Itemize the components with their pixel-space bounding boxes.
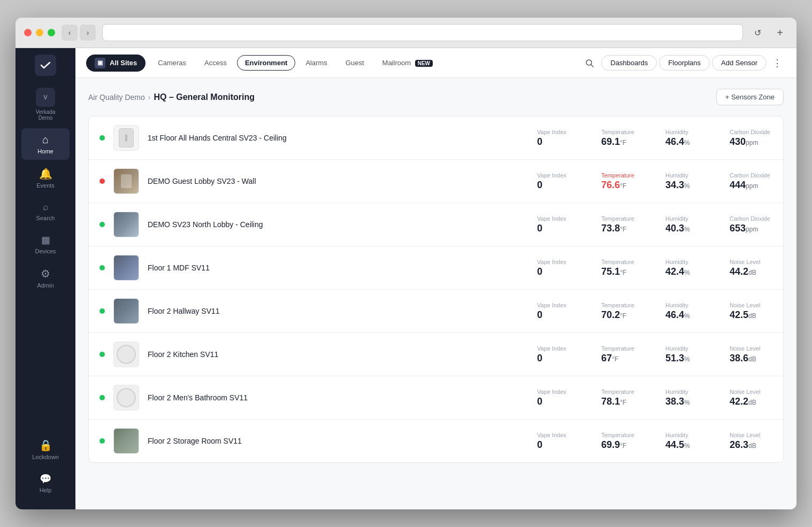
breadcrumb-parent[interactable]: Air Quality Demo <box>88 93 145 102</box>
tab-access[interactable]: Access <box>196 55 235 71</box>
metric-value: 0 <box>537 309 542 321</box>
device-row[interactable]: Floor 2 Kitchen SV11Vape Index0Temperatu… <box>89 333 783 376</box>
more-options-button[interactable]: ⋮ <box>769 55 786 72</box>
metric-item: Vape Index0 <box>537 129 580 148</box>
status-dot <box>99 308 105 314</box>
metric-item: Vape Index0 <box>537 172 580 191</box>
metric-label: Humidity <box>665 389 688 395</box>
events-label: Events <box>36 182 55 189</box>
metric-value: 40.3% <box>665 223 690 234</box>
reload-button[interactable]: ↺ <box>749 25 765 41</box>
metric-label: Noise Level <box>730 345 760 352</box>
status-dot <box>99 438 105 444</box>
add-sensor-button[interactable]: Add Sensor <box>712 55 767 71</box>
metric-value: 69.1°F <box>601 136 626 148</box>
back-button[interactable]: ‹ <box>62 25 78 41</box>
sidebar-item-search[interactable]: ⌕ Search <box>21 196 70 227</box>
dashboards-button[interactable]: Dashboards <box>601 55 657 71</box>
status-dot <box>99 179 105 184</box>
tab-guest[interactable]: Guest <box>338 55 372 71</box>
metric-item: Humidity34.3% <box>665 172 708 191</box>
devices-icon: ▦ <box>41 234 50 246</box>
device-row[interactable]: Floor 2 Hallway SV11Vape Index0Temperatu… <box>89 290 783 333</box>
metric-label: Temperature <box>601 302 634 308</box>
device-row[interactable]: Floor 2 Men's Bathroom SV11Vape Index0Te… <box>89 376 783 420</box>
device-row[interactable]: Floor 2 Storage Room SV11Vape Index0Temp… <box>89 420 783 462</box>
sidebar-logo <box>35 55 56 76</box>
home-label: Home <box>37 148 53 154</box>
admin-label: Admin <box>37 282 53 289</box>
new-tab-button[interactable]: + <box>772 25 788 41</box>
metric-item: Humidity42.4% <box>665 259 708 277</box>
device-row[interactable]: DEMO SV23 North Lobby - CeilingVape Inde… <box>89 203 783 246</box>
mailroom-label: Mailroom <box>382 59 411 67</box>
search-button[interactable] <box>580 53 599 73</box>
device-thumbnail <box>113 428 139 454</box>
device-row[interactable]: Floor 1 MDF SV11Vape Index0Temperature75… <box>89 246 783 290</box>
metric-label: Temperature <box>601 172 634 179</box>
device-metrics: Vape Index0Temperature67°FHumidity51.3%N… <box>537 345 772 364</box>
metric-item: Humidity40.3% <box>665 215 708 234</box>
device-name: Floor 1 MDF SV11 <box>148 264 528 272</box>
metric-value: 44.2dB <box>730 266 756 277</box>
sensors-zone-button[interactable]: + Sensors Zone <box>716 89 784 105</box>
search-icon: ⌕ <box>43 201 49 213</box>
metric-value: 42.2dB <box>730 396 756 407</box>
tab-cameras[interactable]: Cameras <box>150 55 194 71</box>
device-metrics: Vape Index0Temperature70.2°FHumidity46.4… <box>537 302 772 321</box>
metric-label: Humidity <box>665 129 688 135</box>
device-metrics: Vape Index0Temperature69.9°FHumidity44.5… <box>537 432 772 451</box>
metric-value: 0 <box>537 439 542 451</box>
sidebar-item-lockdown[interactable]: 🔒 Lockdown <box>21 433 70 466</box>
site-label: All Sites <box>110 59 137 67</box>
metric-value: 653ppm <box>730 223 758 234</box>
tab-environment[interactable]: Environment <box>237 55 295 71</box>
metric-label: Vape Index <box>537 432 566 438</box>
metric-value: 42.5dB <box>730 309 756 321</box>
minimize-button[interactable] <box>36 29 43 36</box>
device-thumbnail <box>113 385 139 410</box>
logo-icon <box>39 59 52 72</box>
maximize-button[interactable] <box>48 29 55 36</box>
breadcrumb-separator: › <box>148 93 151 102</box>
all-sites-badge[interactable]: ▣ All Sites <box>86 55 145 72</box>
metric-item: Temperature69.9°F <box>601 432 644 451</box>
device-thumbnail <box>113 125 139 151</box>
metric-value: 75.1°F <box>601 266 626 277</box>
device-name: DEMO Guest Lobby SV23 - Wall <box>148 177 528 185</box>
close-button[interactable] <box>24 29 32 36</box>
sidebar-item-help[interactable]: 💬 Help <box>21 468 70 499</box>
device-thumbnail <box>113 342 139 367</box>
metric-label: Vape Index <box>537 259 566 265</box>
lockdown-label: Lockdown <box>32 454 59 460</box>
tab-alarms[interactable]: Alarms <box>297 55 335 71</box>
metric-item: Humidity38.3% <box>665 389 708 407</box>
sidebar-item-devices[interactable]: ▦ Devices <box>21 229 70 260</box>
device-name: DEMO SV23 North Lobby - Ceiling <box>148 220 528 229</box>
device-metrics: Vape Index0Temperature76.6°FHumidity34.3… <box>537 172 772 191</box>
nav-buttons: ‹ › <box>62 25 96 41</box>
sidebar-item-home[interactable]: ⌂ Home <box>21 128 70 160</box>
metric-value: 430ppm <box>730 136 758 148</box>
metric-value: 42.4% <box>665 266 690 277</box>
metric-label: Humidity <box>665 345 688 352</box>
device-name: Floor 2 Men's Bathroom SV11 <box>148 393 528 402</box>
metric-label: Noise Level <box>730 259 760 265</box>
device-thumbnail <box>113 298 139 324</box>
metric-item: Noise Level38.6dB <box>730 345 772 364</box>
tab-mailroom[interactable]: Mailroom NEW <box>374 55 441 71</box>
address-bar[interactable] <box>102 24 743 41</box>
metric-label: Noise Level <box>730 302 760 308</box>
device-row[interactable]: 1st Floor All Hands Central SV23 - Ceili… <box>89 117 783 160</box>
floorplans-button[interactable]: Floorplans <box>659 55 710 71</box>
sidebar-item-verkada[interactable]: V VerkadaDemo <box>21 82 70 126</box>
home-icon: ⌂ <box>42 134 49 146</box>
metric-item: Vape Index0 <box>537 302 580 321</box>
sidebar-item-events[interactable]: 🔔 Events <box>21 162 70 194</box>
breadcrumb-current: HQ – General Monitoring <box>154 92 254 102</box>
metric-label: Vape Index <box>537 215 566 222</box>
forward-button[interactable]: › <box>80 25 96 41</box>
device-row[interactable]: DEMO Guest Lobby SV23 - WallVape Index0T… <box>89 160 783 203</box>
sidebar-item-admin[interactable]: ⚙ Admin <box>21 262 70 294</box>
metric-item: Noise Level26.3dB <box>730 432 772 451</box>
